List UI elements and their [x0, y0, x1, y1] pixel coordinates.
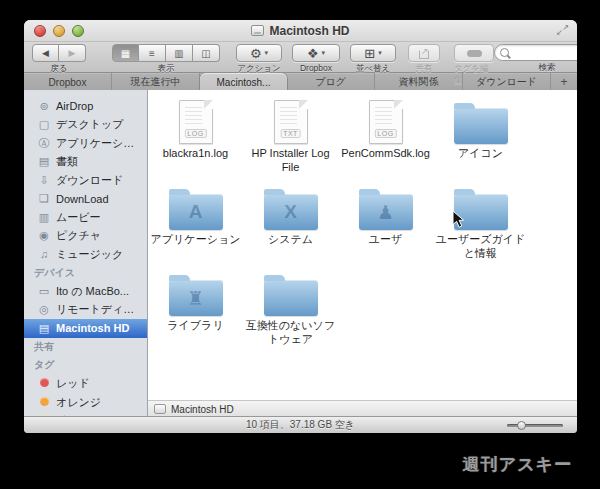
arrange-grid-icon: ⊞	[364, 47, 375, 60]
folder-incompatible-software[interactable]: 互換性のないソフトウェア	[243, 268, 338, 354]
sidebar-item-applications[interactable]: Ⓐアプリケーシ…	[24, 134, 147, 153]
sidebar-item-macintosh-hd[interactable]: ▤Macintosh HD	[24, 319, 147, 338]
pictures-icon: ◉	[37, 230, 51, 241]
documents-icon: ▤	[37, 156, 51, 167]
folder-applications[interactable]: A アプリケーション	[148, 182, 243, 268]
slider-knob[interactable]	[517, 421, 526, 430]
system-folder-icon: X	[264, 194, 318, 230]
movies-icon: ▥	[37, 212, 51, 223]
coverflow-view-icon: ◫	[201, 48, 210, 59]
forward-button[interactable]: ▶	[59, 44, 86, 62]
list-view-icon: ≡	[149, 48, 155, 59]
watermark: 週刊アスキー	[463, 453, 572, 476]
sidebar-tag-orange[interactable]: オレンジ	[24, 393, 147, 412]
icon-size-slider[interactable]	[507, 424, 563, 427]
new-tab-button[interactable]: +	[551, 73, 577, 91]
tab-blog[interactable]: ブログ	[287, 73, 375, 91]
sidebar-item-airdrop[interactable]: ⊚AirDrop	[24, 97, 147, 116]
laptop-icon: ▭	[37, 286, 51, 297]
desktop-icon: ▢	[37, 119, 51, 130]
chevron-down-icon: ▾	[322, 49, 326, 57]
fullscreen-icon[interactable]: ↗ ↙	[556, 24, 569, 37]
edit-tags-button[interactable]	[454, 44, 494, 62]
share-button[interactable]: ↗	[408, 44, 440, 62]
column-view-button[interactable]: ▥	[166, 44, 193, 62]
sidebar-item-remote-disc[interactable]: ◎リモートディ…	[24, 301, 147, 320]
sidebar-tag-red[interactable]: レッド	[24, 375, 147, 394]
icon-view-button[interactable]: ▦	[112, 44, 139, 62]
users-folder-icon: ♟	[359, 194, 413, 230]
back-button[interactable]: ◀	[32, 44, 59, 62]
dropbox-icon: ❖	[307, 47, 319, 60]
folder-icon	[454, 108, 508, 144]
log-file-icon: LOG	[369, 100, 403, 144]
mouse-cursor	[452, 210, 465, 229]
tab-macintosh-hd[interactable]: Macintosh...	[200, 73, 287, 91]
chevron-down-icon: ▾	[378, 49, 382, 57]
coverflow-view-button[interactable]: ◫	[193, 44, 220, 62]
tag-icon	[467, 50, 482, 57]
title-bar[interactable]: Macintosh HD ↗ ↙	[24, 20, 577, 42]
log-file-icon: LOG	[179, 100, 213, 144]
proxy-disk-icon	[251, 25, 264, 36]
grid-view-icon: ▦	[121, 48, 130, 59]
dropbox-label: Dropbox	[300, 63, 332, 73]
folder-icons[interactable]: アイコン	[433, 96, 528, 182]
path-location: Macintosh HD	[171, 404, 234, 415]
action-button[interactable]: ⚙ ▾	[236, 44, 282, 62]
file-browser: LOG blackra1n.log TXT HP Installer Log F…	[148, 90, 577, 417]
sidebar-section-tags: タグ	[24, 356, 147, 375]
file-hp-installer-log[interactable]: TXT HP Installer Log File	[243, 96, 338, 182]
sidebar-section-devices: デバイス	[24, 264, 147, 283]
close-button[interactable]	[34, 25, 46, 37]
file-pencommsdk-log[interactable]: LOG PenCommSdk.log	[338, 96, 433, 182]
disc-icon: ◎	[37, 304, 51, 315]
window-title: Macintosh HD	[269, 24, 349, 38]
toolbar: ◀ ▶ 戻る ▦ ≡ ▥ ◫ 表示 ⚙ ▾ アクション ❖ ▾	[24, 42, 577, 73]
sidebar-item-downloads[interactable]: ⇩ダウンロード	[24, 171, 147, 190]
path-bar[interactable]: Macintosh HD	[148, 400, 577, 417]
status-bar: 10 項目、37.18 GB 空き	[24, 416, 577, 433]
music-icon: ♫	[37, 249, 51, 260]
applications-folder-icon: A	[169, 194, 223, 230]
downloads-icon: ⇩	[37, 175, 51, 186]
library-folder-icon: ♜	[169, 280, 223, 316]
dropbox-button[interactable]: ❖ ▾	[292, 44, 340, 62]
sidebar: ⊚AirDrop ▢デスクトップ Ⓐアプリケーシ… ▤書類 ⇩ダウンロード ❏D…	[24, 90, 148, 417]
sidebar-item-pictures[interactable]: ◉ピクチャ	[24, 227, 147, 246]
search-icon	[500, 48, 509, 57]
finder-window: Macintosh HD ↗ ↙ ◀ ▶ 戻る ▦ ≡ ▥ ◫ 表示	[24, 20, 577, 433]
tab-genzai-shinkochu[interactable]: 現在進行中	[112, 73, 200, 91]
column-view-icon: ▥	[174, 48, 183, 59]
tab-dropbox[interactable]: Dropbox	[24, 73, 112, 91]
folder-library[interactable]: ♜ ライブラリ	[148, 268, 243, 354]
sidebar-item-music[interactable]: ♫ミュージック	[24, 245, 147, 264]
sidebar-item-download-folder[interactable]: ❏DownLoad	[24, 190, 147, 209]
sidebar-item-documents[interactable]: ▤書類	[24, 153, 147, 172]
hard-drive-icon	[154, 404, 166, 414]
tab-shiryo-kankei[interactable]: 資料関係	[375, 73, 463, 91]
sidebar-item-movies[interactable]: ▥ムービー	[24, 208, 147, 227]
folder-icon	[264, 280, 318, 316]
zoom-button[interactable]	[72, 25, 84, 37]
search-input[interactable]	[512, 46, 577, 59]
airdrop-icon: ⊚	[37, 101, 51, 112]
hard-drive-icon: ▤	[37, 323, 51, 334]
file-blackra1n-log[interactable]: LOG blackra1n.log	[148, 96, 243, 182]
minimize-button[interactable]	[53, 25, 65, 37]
sidebar-item-macbook[interactable]: ▭Ito の MacBo...	[24, 282, 147, 301]
gear-icon: ⚙	[250, 47, 262, 60]
folder-system[interactable]: X システム	[243, 182, 338, 268]
tab-download[interactable]: ダウンロード	[463, 73, 551, 91]
red-tag-icon	[40, 378, 49, 387]
list-view-button[interactable]: ≡	[139, 44, 166, 62]
share-icon: ↗	[418, 48, 430, 59]
folder-users[interactable]: ♟ ユーザ	[338, 182, 433, 268]
folder-icon: ❏	[37, 193, 51, 204]
status-text: 10 項目、37.18 GB 空き	[246, 418, 355, 432]
sidebar-item-desktop[interactable]: ▢デスクトップ	[24, 116, 147, 135]
applications-icon: Ⓐ	[37, 138, 51, 149]
arrange-button[interactable]: ⊞ ▾	[350, 44, 396, 62]
folder-users-guide[interactable]: ユーザーズガイドと情報	[433, 182, 528, 268]
txt-file-icon: TXT	[274, 100, 308, 144]
